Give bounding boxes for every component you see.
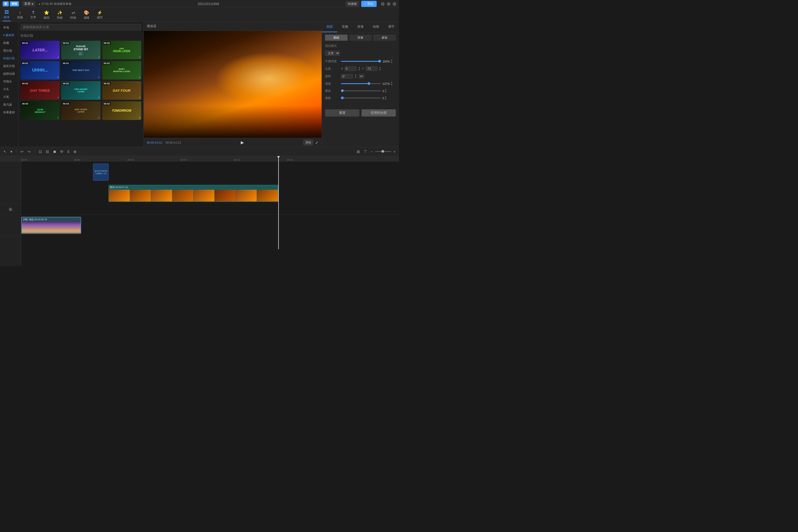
text-button[interactable]: Ψ: [59, 149, 64, 155]
clip-midnight[interactable]: 00:03 12:00 MIDNIGHT ↓: [20, 101, 60, 120]
x-down[interactable]: ▼: [358, 69, 360, 71]
sidebar-item-failure[interactable]: 故障动画: [1, 70, 17, 77]
original-button[interactable]: 原始: [304, 140, 313, 145]
clip-months[interactable]: 00:02 MANY MONTHS LATER ↓: [102, 61, 141, 79]
sidebar-item-ending[interactable]: 片尾: [1, 93, 17, 100]
playhead[interactable]: [278, 156, 279, 249]
rotation-up[interactable]: ▲: [355, 74, 357, 76]
search-input[interactable]: [20, 24, 141, 30]
face-slider[interactable]: [341, 98, 381, 98]
clip-2000years[interactable]: 00:03 2000 YEARS LATER ↓: [61, 101, 100, 120]
sharpen-slider[interactable]: [341, 91, 381, 91]
tab-effects[interactable]: ✨ 特效: [56, 8, 64, 21]
sidebar-item-material[interactable]: ▾ 素材库: [1, 32, 17, 39]
clip-twohours[interactable]: 00:02 TWO HOURS LATER ↓: [61, 81, 100, 100]
apply-all-button[interactable]: 应用到全部: [361, 109, 396, 116]
mode-mask[interactable]: 抠像: [349, 35, 372, 41]
sidebar-item-local[interactable]: 本地: [1, 24, 17, 31]
mode-basic[interactable]: 基础: [325, 35, 348, 41]
sidebar-item-blackwhite[interactable]: 黑白场: [1, 47, 17, 54]
tab-media[interactable]: 🖼 媒体: [3, 8, 11, 21]
sharpen-down[interactable]: ▼: [385, 91, 387, 93]
clip-dayfour[interactable]: 00:02 DAY FOUR ↓: [102, 81, 141, 100]
spongebob-clip[interactable]: 海绵宝宝时间 LATER... LA: [93, 164, 109, 180]
download-icon[interactable]: ↓: [98, 55, 100, 58]
zoom-out[interactable]: −: [370, 149, 374, 155]
tab-audio-panel[interactable]: 音频: [337, 22, 353, 32]
opacity-up[interactable]: ▲: [391, 59, 393, 61]
download-icon[interactable]: ↓: [57, 115, 59, 119]
split-button[interactable]: ⊟: [45, 149, 50, 155]
face-up[interactable]: ▲: [385, 96, 387, 98]
clip-tomorrow[interactable]: 00:02 TOMORROW ↓: [102, 101, 141, 120]
y-down[interactable]: ▼: [379, 69, 381, 71]
reset-button[interactable]: 重置: [325, 109, 359, 116]
minimize-button[interactable]: [381, 2, 385, 6]
select-tool[interactable]: ↖: [3, 149, 7, 155]
download-icon[interactable]: ↓: [139, 55, 140, 58]
beat-button[interactable]: ⧖: [66, 148, 71, 155]
clip-nextday[interactable]: 00:01 THE NEXT DAY ↓: [61, 61, 100, 79]
scale-up[interactable]: ▲: [391, 81, 393, 83]
redo-button[interactable]: ↪: [26, 149, 32, 155]
hotkey-button[interactable]: 快捷键: [345, 1, 359, 7]
face-down[interactable]: ▼: [385, 98, 387, 100]
download-icon[interactable]: ↓: [57, 75, 59, 79]
opacity-down[interactable]: ▼: [391, 61, 393, 63]
mode-matte[interactable]: 蒙版: [373, 35, 396, 41]
zoom-in[interactable]: +: [393, 149, 396, 155]
crop-button[interactable]: ⊡: [38, 149, 43, 155]
zoom-slider[interactable]: [375, 151, 391, 152]
play-button[interactable]: ▶: [241, 140, 244, 145]
tab-transition[interactable]: ⇌ 转场: [69, 8, 77, 21]
tab-text[interactable]: T 文本: [29, 9, 37, 21]
undo-button[interactable]: ↩: [20, 149, 24, 155]
export-button[interactable]: ↑ 导出: [361, 1, 377, 7]
sidebar-item-opening[interactable]: 片头: [1, 86, 17, 93]
tab-screen[interactable]: 画面: [322, 22, 337, 32]
tab-audio[interactable]: ♪ 音频: [16, 8, 24, 21]
clip-later[interactable]: 00:01 LATER... ↓: [20, 41, 60, 59]
clip-onehour[interactable]: 00:02 ONE HOUR LATER ↓: [102, 41, 141, 59]
opacity-slider[interactable]: [341, 61, 381, 62]
mask-button[interactable]: ⊕: [73, 149, 77, 155]
menu-button[interactable]: 菜单 ▾: [22, 1, 35, 7]
download-icon[interactable]: ↓: [139, 95, 140, 99]
rotation-down[interactable]: ▼: [355, 76, 357, 78]
sidebar-item-lens[interactable]: 空镜头: [1, 78, 17, 85]
sidebar-item-funny[interactable]: 搞笑片段: [1, 62, 17, 70]
x-up[interactable]: ▲: [358, 66, 360, 69]
tab-adjust[interactable]: ⚡ 调节: [96, 8, 104, 21]
download-icon[interactable]: ↓: [57, 95, 59, 99]
music-add-icon[interactable]: ⊕: [8, 206, 13, 212]
clip-uhhh[interactable]: 00:01 UHHH... ↓: [20, 61, 60, 79]
download-icon[interactable]: ↓: [98, 75, 100, 79]
sidebar-item-collect[interactable]: 收藏: [1, 39, 17, 46]
sidebar-item-green[interactable]: 绿幕素材: [1, 109, 17, 116]
close-button[interactable]: [393, 2, 396, 6]
tab-filter[interactable]: 🎨 滤镜: [82, 8, 91, 21]
download-icon[interactable]: ↓: [139, 115, 140, 119]
sidebar-item-transition[interactable]: 转场片段: [1, 55, 17, 62]
sharpen-up[interactable]: ▲: [385, 89, 387, 91]
blend-mode-select[interactable]: 正常: [325, 51, 340, 56]
scale-down[interactable]: ▼: [391, 84, 393, 86]
download-icon[interactable]: ↓: [98, 115, 100, 119]
maximize-button[interactable]: [387, 2, 391, 6]
record-button[interactable]: ⏺: [52, 149, 57, 155]
tab-animation[interactable]: 动画: [368, 22, 384, 32]
fullscreen-button[interactable]: ⤢: [315, 140, 318, 145]
y-position-input[interactable]: [365, 66, 377, 71]
tab-speed[interactable]: 变速: [353, 22, 368, 32]
align-button[interactable]: ⊤: [363, 149, 367, 155]
tab-sticker[interactable]: ⭐ 贴纸: [42, 8, 51, 21]
scale-slider[interactable]: [341, 83, 381, 84]
layout-button[interactable]: ⊞: [356, 149, 361, 155]
download-icon[interactable]: ↓: [139, 75, 140, 79]
sunlight-clip[interactable]: 阳光 00:00:07:16: [109, 185, 278, 202]
select-dropdown[interactable]: ▾: [10, 149, 13, 155]
clip-daythree[interactable]: 00:02 DAY THREE ↓: [20, 81, 60, 100]
x-position-input[interactable]: [344, 66, 357, 71]
rotation-input[interactable]: [341, 74, 353, 79]
beach-clip[interactable]: 夕阳, 海边 00:00:05:29: [21, 217, 81, 234]
